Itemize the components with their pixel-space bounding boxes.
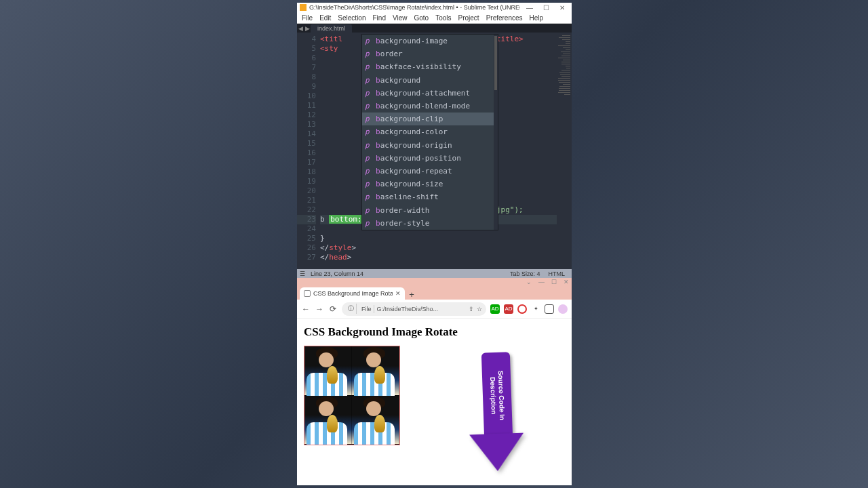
browser-maximize-button[interactable]: ☐ — [551, 279, 557, 285]
extension-icon-2[interactable]: AD — [504, 304, 513, 314]
property-icon: p — [365, 89, 372, 98]
menu-preferences[interactable]: Preferences — [483, 14, 526, 22]
menu-project[interactable]: Project — [455, 14, 483, 22]
url-text: G:/InsideTheDiv/Sho... — [377, 306, 466, 312]
nav-back-icon[interactable]: ◀ — [297, 25, 304, 32]
property-icon: p — [365, 127, 372, 136]
status-bar: ☰ Line 23, Column 14 Tab Size: 4 HTML — [297, 269, 572, 278]
browser-tab-title: CSS Background Image Rotate — [313, 290, 393, 297]
arrow-label: Source Code In Description — [488, 352, 507, 440]
site-info-icon[interactable]: ⓘ — [346, 304, 357, 314]
autocomplete-item[interactable]: pbackground-image — [362, 35, 498, 47]
maximize-button[interactable]: ☐ — [539, 4, 553, 12]
extension-icon-1[interactable]: AD — [490, 304, 500, 314]
browser-window: ⌄ — ☐ ✕ CSS Background Image Rotate ✕ + … — [297, 278, 572, 485]
browser-minimize-button[interactable]: — — [538, 279, 545, 285]
editor-area[interactable]: 4567891011121314151617181920212223242526… — [297, 33, 572, 269]
property-icon: p — [365, 167, 372, 176]
new-tab-button[interactable]: + — [405, 289, 418, 300]
property-icon: p — [365, 49, 372, 58]
browser-toolbar: ← → ⟳ ⓘ File G:/InsideTheDiv/Sho... ⇪ ☆ … — [297, 300, 572, 319]
back-button[interactable]: ← — [301, 304, 311, 314]
property-icon: p — [365, 76, 372, 85]
autocomplete-item[interactable]: pbackground-size — [362, 178, 498, 190]
close-button[interactable]: ✕ — [555, 4, 569, 12]
file-tab[interactable]: index.html — [311, 24, 352, 33]
extension-icon-3[interactable] — [517, 304, 527, 314]
property-icon: p — [365, 219, 372, 228]
browser-chevron-icon[interactable]: ⌄ — [526, 279, 532, 285]
browser-titlebar: ⌄ — ☐ ✕ — [297, 278, 572, 286]
autocomplete-item[interactable]: pbaseline-shift — [362, 190, 498, 203]
property-icon: p — [365, 192, 372, 201]
property-icon: p — [365, 206, 372, 215]
share-icon[interactable]: ⇪ — [469, 306, 474, 312]
menu-help[interactable]: Help — [526, 14, 547, 22]
page-content: CSS Background Image Rotate Source Code … — [297, 319, 572, 485]
line-gutter: 4567891011121314151617181920212223242526… — [297, 33, 320, 269]
address-bar[interactable]: ⓘ File G:/InsideTheDiv/Sho... ⇪ ☆ — [342, 302, 486, 316]
property-icon: p — [365, 154, 372, 163]
profile-avatar[interactable] — [558, 304, 568, 314]
autocomplete-item[interactable]: pbackground-repeat — [362, 165, 498, 178]
app-icon — [300, 4, 307, 11]
autocomplete-item[interactable]: pbackground-clip — [362, 113, 498, 125]
tab-close-icon[interactable]: ✕ — [395, 290, 401, 297]
editor-tab-bar: ◀ ▶ index.html — [297, 24, 572, 33]
window-title: G:\InsideTheDiv\Shorts\CSS\Image Rotate\… — [309, 4, 520, 11]
autocomplete-item[interactable]: pbackface-visibility — [362, 60, 498, 73]
callout-arrow: Source Code In Description — [470, 352, 524, 474]
rotated-image-box — [304, 346, 400, 445]
file-chip: File — [359, 305, 374, 313]
favicon-icon — [304, 290, 311, 297]
reload-button[interactable]: ⟳ — [328, 304, 338, 314]
property-icon: p — [365, 37, 372, 45]
bookmark-icon[interactable]: ☆ — [477, 306, 482, 312]
menu-view[interactable]: View — [389, 14, 411, 22]
forward-button[interactable]: → — [315, 304, 324, 314]
menu-edit[interactable]: Edit — [316, 14, 334, 22]
autocomplete-item[interactable]: pbackground-blend-mode — [362, 100, 498, 113]
nav-fwd-icon[interactable]: ▶ — [304, 25, 311, 32]
property-icon: p — [365, 115, 372, 123]
menu-bar: File Edit Selection Find View Goto Tools… — [297, 12, 572, 24]
panel-switch-icon[interactable]: ☰ — [300, 270, 308, 277]
minimap[interactable] — [557, 33, 572, 269]
autocomplete-item[interactable]: pbackground-color — [362, 125, 498, 138]
browser-tab[interactable]: CSS Background Image Rotate ✕ — [300, 287, 405, 300]
menu-tools[interactable]: Tools — [432, 14, 454, 22]
cursor-position: Line 23, Column 14 — [308, 270, 506, 277]
autocomplete-item[interactable]: pborder-style — [362, 217, 498, 230]
property-icon: p — [365, 180, 372, 188]
property-icon: p — [365, 141, 372, 150]
browser-close-button[interactable]: ✕ — [564, 279, 569, 285]
browser-tab-strip: CSS Background Image Rotate ✕ + — [297, 286, 572, 300]
autocomplete-scrollbar[interactable] — [494, 35, 498, 230]
syntax-mode[interactable]: HTML — [545, 270, 570, 277]
window-titlebar: G:\InsideTheDiv\Shorts\CSS\Image Rotate\… — [297, 3, 572, 12]
page-heading: CSS Background Image Rotate — [304, 325, 565, 339]
tab-size[interactable]: Tab Size: 4 — [506, 270, 545, 277]
menu-file[interactable]: File — [298, 14, 316, 22]
menu-find[interactable]: Find — [370, 14, 389, 22]
sidepanel-icon[interactable] — [545, 304, 554, 314]
autocomplete-item[interactable]: pborder-width — [362, 203, 498, 216]
autocomplete-item[interactable]: pbackground-attachment — [362, 87, 498, 100]
autocomplete-item[interactable]: pbackground — [362, 74, 498, 87]
autocomplete-item[interactable]: pbackground-position — [362, 152, 498, 165]
property-icon: p — [365, 62, 372, 71]
menu-selection[interactable]: Selection — [334, 14, 369, 22]
autocomplete-item[interactable]: pbackground-origin — [362, 139, 498, 152]
property-icon: p — [365, 102, 372, 110]
sublime-window: G:\InsideTheDiv\Shorts\CSS\Image Rotate\… — [297, 3, 572, 278]
extensions-menu-icon[interactable]: ✦ — [531, 304, 540, 314]
menu-goto[interactable]: Goto — [410, 14, 432, 22]
autocomplete-item[interactable]: pborder — [362, 47, 498, 60]
minimize-button[interactable]: — — [523, 4, 536, 12]
autocomplete-popup[interactable]: pbackground-imagepborderpbackface-visibi… — [361, 34, 498, 230]
